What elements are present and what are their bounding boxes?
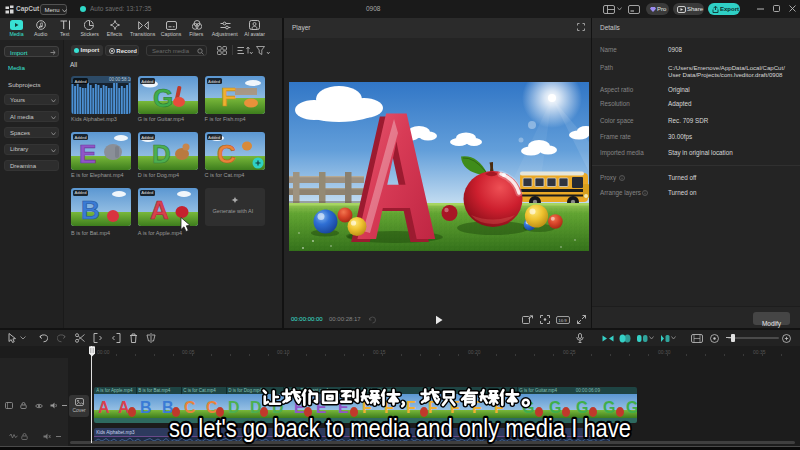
svg-text:16:9: 16:9 bbox=[558, 317, 567, 322]
svg-text:F: F bbox=[450, 398, 460, 415]
svg-text:B: B bbox=[162, 398, 174, 415]
svg-text:F: F bbox=[494, 398, 504, 415]
svg-text:G: G bbox=[153, 83, 173, 113]
svg-text:E: E bbox=[316, 398, 327, 415]
svg-text:G: G bbox=[522, 398, 534, 415]
svg-text:F: F bbox=[362, 398, 372, 415]
svg-text:D: D bbox=[250, 398, 262, 415]
svg-text:G: G bbox=[603, 398, 615, 415]
svg-text:D: D bbox=[152, 139, 171, 169]
svg-text:C: C bbox=[184, 398, 196, 415]
svg-text:D: D bbox=[228, 398, 240, 415]
svg-text:B: B bbox=[81, 195, 100, 225]
svg-text:A: A bbox=[98, 398, 110, 415]
svg-text:E: E bbox=[294, 398, 305, 415]
svg-text:B: B bbox=[140, 398, 152, 415]
svg-text:G: G bbox=[626, 398, 638, 415]
svg-text:E: E bbox=[79, 139, 96, 169]
svg-text:D: D bbox=[272, 398, 284, 415]
svg-text:F: F bbox=[406, 398, 416, 415]
svg-text:00:00:58:16: 00:00:58:16 bbox=[109, 77, 131, 82]
svg-text:A: A bbox=[150, 195, 169, 225]
svg-text:F: F bbox=[472, 398, 482, 415]
svg-text:E: E bbox=[338, 398, 349, 415]
svg-text:F: F bbox=[384, 398, 394, 415]
svg-text:F: F bbox=[428, 398, 438, 415]
svg-text:G: G bbox=[576, 398, 588, 415]
svg-text:G: G bbox=[549, 398, 561, 415]
svg-text:F: F bbox=[221, 83, 236, 111]
svg-text:C: C bbox=[217, 139, 236, 169]
